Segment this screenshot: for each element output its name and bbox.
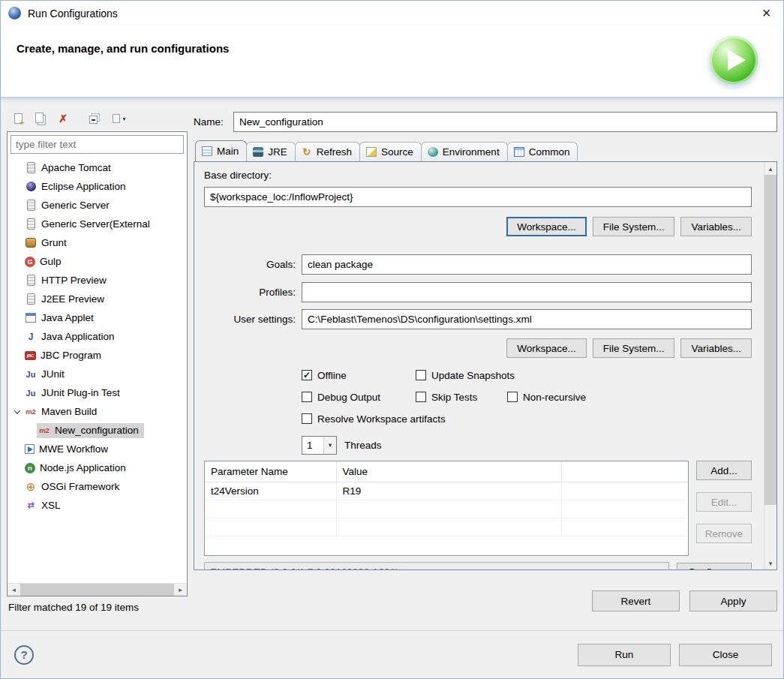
add-parameter-button[interactable]: Add... (696, 461, 752, 480)
checkbox-unchecked-icon (302, 413, 312, 424)
scroll-right-icon[interactable]: ▸ (174, 584, 187, 596)
tree-item-junit[interactable]: JuJUnit (11, 365, 184, 383)
apply-button[interactable]: Apply (689, 590, 777, 611)
close-button[interactable]: Close (679, 644, 772, 666)
server-icon (25, 293, 37, 305)
tree-item-new-configuration[interactable]: m2New_configuration (24, 421, 184, 440)
tree-item-label: JUnit Plug-in Test (41, 387, 120, 398)
settings-variables-button[interactable]: Variables... (680, 338, 752, 358)
new-launch-configuration-button[interactable] (8, 110, 28, 128)
tree-item-j2ee-preview[interactable]: J2EE Preview (11, 290, 184, 308)
file-system-button[interactable]: File System... (593, 217, 675, 236)
non-recursive-checkbox-label: Non-recursive (523, 392, 586, 403)
tree-item-osgi-framework[interactable]: ⊕OSGi Framework (11, 477, 184, 496)
tree-item-grunt[interactable]: Grunt (11, 233, 184, 252)
profiles-label: Profiles: (204, 287, 296, 298)
maven-runtime-input[interactable] (204, 562, 669, 569)
variables-button[interactable]: Variables... (680, 217, 752, 236)
debug-output-checkbox[interactable]: Debug Output (302, 392, 416, 403)
combo-arrow-icon[interactable]: ▾ (323, 437, 336, 454)
scroll-up-icon[interactable]: ▴ (764, 162, 776, 175)
tab-jre[interactable]: JRE (246, 142, 296, 161)
configurations-panel: ✗ ▾ Apache TomcatEclipse ApplicationGene… (7, 107, 188, 630)
workspace-button[interactable]: Workspace... (506, 217, 587, 236)
filter-input[interactable] (11, 135, 184, 154)
tree-item-gulp[interactable]: GGulp (11, 252, 184, 271)
tab-environment[interactable]: Environment (421, 142, 508, 161)
configure-runtimes-button[interactable]: Configure... (677, 563, 752, 570)
dropdown-arrow-icon: ▾ (122, 116, 125, 122)
configuration-detail-panel: Name: MainJRE↻RefreshSourceEnvironmentCo… (194, 107, 777, 630)
tree-item-label: JBC Program (41, 350, 101, 361)
maven-runtime-row: Configure... (204, 562, 752, 569)
tab-source[interactable]: Source (359, 142, 422, 161)
tree-item-maven-build[interactable]: m2Maven Build (11, 402, 184, 421)
tree-item-node-js-application[interactable]: nNode.js Application (11, 458, 184, 477)
tree-item-mwe-workflow[interactable]: MWE Workflow (11, 440, 184, 458)
collapse-all-icon (89, 116, 98, 124)
configurations-tree-panel: Apache TomcatEclipse ApplicationGeneric … (7, 131, 188, 596)
close-window-button[interactable]: × (749, 1, 783, 26)
scrollbar-track[interactable] (764, 505, 776, 557)
tab-common[interactable]: Common (507, 142, 578, 161)
maven-build-icon: m2 (38, 425, 50, 437)
tree-item-label: Gulp (40, 256, 62, 267)
filter-launch-configurations-button[interactable]: ▾ (107, 110, 131, 128)
tree-item-generic-server[interactable]: Generic Server (11, 196, 184, 215)
expand-chevron-icon[interactable] (11, 410, 23, 414)
settings-workspace-button[interactable]: Workspace... (506, 338, 587, 358)
run-button[interactable]: Run (578, 644, 671, 666)
duplicate-configuration-button[interactable] (31, 110, 50, 128)
tree-item-label: Grunt (41, 237, 67, 248)
tree-item-apache-tomcat[interactable]: Apache Tomcat (11, 158, 184, 177)
tab-refresh[interactable]: ↻Refresh (295, 142, 360, 161)
horizontal-scrollbar-thumb[interactable] (20, 584, 174, 596)
name-input[interactable] (233, 112, 777, 132)
tree-item-jbc-program[interactable]: jBCJBC Program (11, 346, 184, 365)
tree-item-junit-plug-in-test[interactable]: JuJUnit Plug-in Test (11, 383, 184, 402)
non-recursive-checkbox[interactable]: Non-recursive (507, 392, 586, 403)
parameter-name-column-header[interactable]: Parameter Name (205, 461, 336, 482)
horizontal-scrollbar[interactable]: ◂ ▸ (8, 583, 187, 596)
revert-button[interactable]: Revert (592, 590, 680, 611)
edit-parameter-button[interactable]: Edit... (696, 492, 752, 512)
tree-item-java-applet[interactable]: Java Applet (11, 308, 184, 327)
threads-combobox[interactable]: 1 ▾ (302, 436, 337, 455)
java-applet-icon (25, 312, 37, 324)
tree-item-generic-server-external[interactable]: Generic Server(External (11, 215, 184, 233)
resolve-workspace-artifacts-checkbox[interactable]: Resolve Workspace artifacts (302, 413, 446, 425)
collapse-all-button[interactable] (85, 110, 104, 128)
scroll-down-icon[interactable]: ▾ (764, 557, 776, 569)
tree-item-java-application[interactable]: JJava Application (11, 327, 184, 346)
help-icon[interactable]: ? (14, 645, 34, 665)
main-tab-content: Base directory: Workspace... File System… (194, 161, 777, 570)
goals-label: Goals: (204, 259, 296, 270)
settings-file-system-button[interactable]: File System... (593, 338, 675, 358)
user-settings-input[interactable] (302, 309, 752, 329)
osgi-icon: ⊕ (25, 481, 37, 493)
tab-main[interactable]: Main (195, 140, 247, 161)
tree-item-xsl[interactable]: ⇄XSL (11, 496, 184, 515)
tree-item-label: New_configuration (55, 425, 139, 436)
skip-tests-checkbox[interactable]: Skip Tests (416, 392, 507, 403)
vertical-scrollbar[interactable]: ▴ ▾ (764, 162, 776, 569)
tree-item-label: OSGi Framework (41, 481, 119, 492)
scroll-left-icon[interactable]: ◂ (8, 584, 20, 596)
base-directory-input[interactable] (204, 187, 752, 207)
update-snapshots-checkbox[interactable]: Update Snapshots (416, 370, 515, 381)
profiles-input[interactable] (302, 282, 752, 302)
server-icon (25, 162, 37, 174)
remove-parameter-button[interactable]: Remove (696, 524, 752, 543)
goals-input[interactable] (302, 254, 752, 275)
tree-item-http-preview[interactable]: HTTP Preview (11, 271, 184, 290)
parameter-value-column-header[interactable]: Value (336, 461, 561, 482)
junit-icon: Ju (25, 368, 37, 380)
offline-checkbox[interactable]: ✓ Offline (302, 370, 416, 381)
delete-configuration-button[interactable]: ✗ (53, 110, 73, 128)
parameters-section: Parameter Name Value t24VersionR19 (204, 461, 752, 556)
banner-title: Create, manage, and run configurations (17, 42, 229, 55)
checkbox-unchecked-icon (507, 392, 518, 402)
vertical-scrollbar-thumb[interactable] (764, 175, 776, 505)
parameter-row[interactable]: t24VersionR19 (205, 482, 688, 500)
tree-item-eclipse-application[interactable]: Eclipse Application (11, 177, 184, 196)
